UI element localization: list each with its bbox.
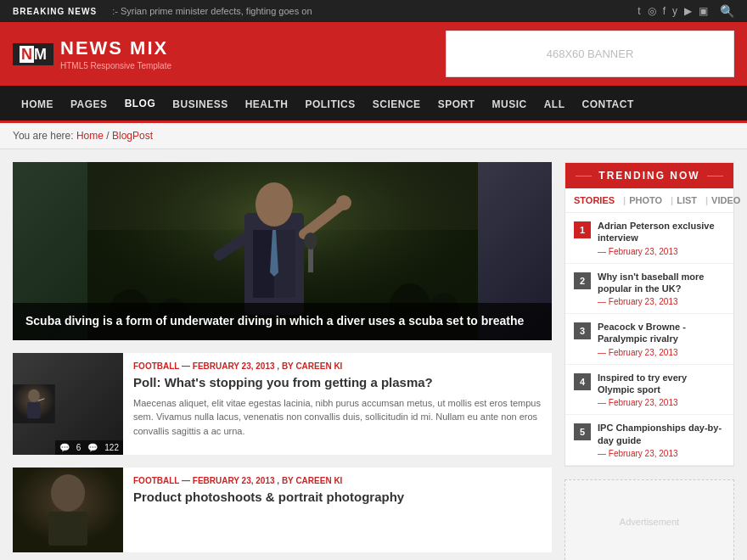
featured-image: Scuba diving is a form of underwater div… — [13, 162, 552, 340]
site-name: NEWS MIX — [60, 37, 171, 59]
logo-box: NM — [13, 43, 53, 65]
article-item-2: FOOTBALL — February 23, 2013 , by Careen… — [13, 468, 552, 552]
breadcrumb-prefix: You are here: — [13, 130, 76, 142]
trend-date-5: — February 23, 2013 — [598, 449, 725, 458]
site-tagline: HTML5 Responsive Template — [60, 61, 171, 70]
trending-box: TRENDING NOW STORIES | PHOTO | LIST | VI… — [564, 162, 734, 467]
sidebar-ad: Advertisement — [564, 479, 734, 560]
circle-icon[interactable]: ◎ — [648, 5, 656, 17]
tab-list[interactable]: LIST — [677, 195, 697, 205]
nav-sport[interactable]: SPORT — [430, 87, 484, 122]
nav-science[interactable]: SCIENCE — [364, 87, 430, 122]
main-nav: HOME PAGES BLOG BUSINESS HEALTH POLITICS… — [0, 86, 747, 123]
breaking-news-bar: BREAKING NEWS :- Syrian prime minister d… — [0, 0, 747, 22]
trend-date-2: — February 23, 2013 — [598, 297, 725, 306]
svg-point-9 — [336, 195, 351, 210]
nav-home[interactable]: HOME — [13, 87, 62, 122]
logo-text: NEWS MIX HTML5 Responsive Template — [60, 37, 171, 70]
svg-point-23 — [43, 398, 45, 400]
nav-health[interactable]: HEALTH — [237, 87, 297, 122]
facebook-icon[interactable]: f — [663, 5, 666, 17]
logo-letter: N — [20, 46, 34, 63]
trending-item-1: 1 Adrian Peterson exclusive interview — … — [565, 213, 733, 264]
article-thumbnail: 💬 6 💬 122 — [13, 353, 123, 455]
breadcrumb-current[interactable]: BlogPost — [112, 130, 153, 142]
trend-rank-1: 1 — [574, 221, 591, 238]
svg-rect-21 — [27, 402, 40, 418]
svg-point-11 — [304, 232, 317, 249]
breadcrumb-home[interactable]: Home — [76, 130, 104, 142]
nav-pages[interactable]: PAGES — [62, 87, 116, 122]
article-body-1: FOOTBALL — February 23, 2013 , by Careen… — [133, 353, 552, 455]
thumb-image-1: 💬 6 💬 122 — [13, 353, 123, 455]
article-item: 💬 6 💬 122 FOOTBALL — February 23, 2013 ,… — [13, 353, 552, 455]
trend-title-5[interactable]: IPC Championships day-by-day guide — [598, 422, 725, 446]
trend-title-3[interactable]: Peacock v Browne - Paralympic rivalry — [598, 321, 725, 345]
trending-item-2: 2 Why isn't baseball more popular in the… — [565, 264, 733, 315]
like-count: 122 — [104, 443, 119, 452]
breaking-label: BREAKING NEWS — [13, 7, 97, 16]
trend-content-2: Why isn't baseball more popular in the U… — [598, 271, 725, 307]
tab-photo[interactable]: PHOTO — [629, 195, 662, 205]
nav-contact[interactable]: CONTACT — [573, 87, 642, 122]
trend-date-4: — February 23, 2013 — [598, 398, 725, 407]
breaking-text: :- Syrian prime minister defects, fighti… — [112, 6, 312, 16]
main-container: Scuba diving is a form of underwater div… — [0, 149, 747, 560]
breadcrumb: You are here: Home / BlogPost — [0, 123, 747, 149]
search-icon[interactable]: 🔍 — [720, 4, 734, 18]
trending-header: TRENDING NOW — [565, 163, 733, 188]
article-meta-bar: 💬 6 💬 122 — [55, 440, 123, 455]
comment-count: 6 — [76, 443, 81, 452]
nav-politics[interactable]: POLITICS — [296, 87, 363, 122]
grid-icon[interactable]: ▣ — [699, 5, 708, 17]
site-header: NM NEWS MIX HTML5 Responsive Template 46… — [0, 22, 747, 86]
trend-rank-5: 5 — [574, 423, 591, 440]
trend-rank-3: 3 — [574, 322, 591, 339]
article-body-2: FOOTBALL — February 23, 2013 , by Careen… — [133, 468, 552, 552]
rss-icon[interactable]: ▶ — [684, 5, 692, 17]
trend-date-1: — February 23, 2013 — [598, 247, 725, 256]
sidebar: TRENDING NOW STORIES | PHOTO | LIST | VI… — [564, 162, 734, 560]
logo-area: NM NEWS MIX HTML5 Responsive Template — [13, 37, 171, 70]
tab-stories[interactable]: STORIES — [574, 195, 615, 205]
trend-title-2[interactable]: Why isn't baseball more popular in the U… — [598, 271, 725, 295]
tumblr-icon[interactable]: t — [637, 5, 640, 17]
breadcrumb-separator: / — [106, 130, 112, 142]
content-column: Scuba diving is a form of underwater div… — [13, 162, 552, 560]
tab-video[interactable]: VIDEO — [711, 195, 740, 205]
featured-article: Scuba diving is a form of underwater div… — [13, 162, 552, 340]
nav-music[interactable]: MUSIC — [483, 87, 535, 122]
trend-rank-2: 2 — [574, 272, 591, 289]
svg-point-4 — [256, 182, 293, 227]
trending-item-3: 3 Peacock v Browne - Paralympic rivalry … — [565, 314, 733, 365]
thumb-image-2 — [13, 468, 123, 552]
trend-rank-4: 4 — [574, 373, 591, 390]
article-thumbnail-2 — [13, 468, 123, 552]
trending-item-4: 4 Inspired to try every Olympic sport — … — [565, 365, 733, 416]
svg-point-20 — [28, 389, 40, 402]
trend-title-4[interactable]: Inspired to try every Olympic sport — [598, 372, 725, 396]
article-title-2[interactable]: Product photoshoots & portrait photograp… — [133, 489, 543, 506]
trending-tabs: STORIES | PHOTO | LIST | VIDEO — [565, 188, 733, 213]
trend-content-4: Inspired to try every Olympic sport — Fe… — [598, 372, 725, 408]
svg-point-26 — [51, 474, 85, 512]
svg-rect-27 — [48, 512, 87, 546]
like-icon: 💬 — [87, 443, 98, 452]
twitter-icon[interactable]: y — [672, 5, 677, 17]
article-category-2: FOOTBALL — February 23, 2013 , by Careen… — [133, 476, 543, 485]
trend-content-3: Peacock v Browne - Paralympic rivalry — … — [598, 321, 725, 357]
nav-all[interactable]: ALL — [536, 87, 574, 122]
trend-content-5: IPC Championships day-by-day guide — Feb… — [598, 422, 725, 458]
article-category-1: FOOTBALL — February 23, 2013 , by Careen… — [133, 361, 543, 371]
article-title-1[interactable]: Poll: What's stopping you from getting a… — [133, 374, 543, 391]
nav-blog[interactable]: BLOG — [116, 86, 165, 123]
article-excerpt-1: Maecenas aliquet, elit vitae egestas lac… — [133, 396, 543, 439]
nav-business[interactable]: BUSINESS — [164, 87, 236, 122]
social-icons-bar: t ◎ f y ▶ ▣ 🔍 — [637, 4, 734, 18]
featured-caption: Scuba diving is a form of underwater div… — [13, 303, 552, 340]
trend-content-1: Adrian Peterson exclusive interview — Fe… — [598, 220, 725, 256]
trend-title-1[interactable]: Adrian Peterson exclusive interview — [598, 220, 725, 244]
trending-item-5: 5 IPC Championships day-by-day guide — F… — [565, 415, 733, 466]
trend-date-3: — February 23, 2013 — [598, 348, 725, 357]
header-banner: 468X60 BANNER — [446, 31, 734, 77]
